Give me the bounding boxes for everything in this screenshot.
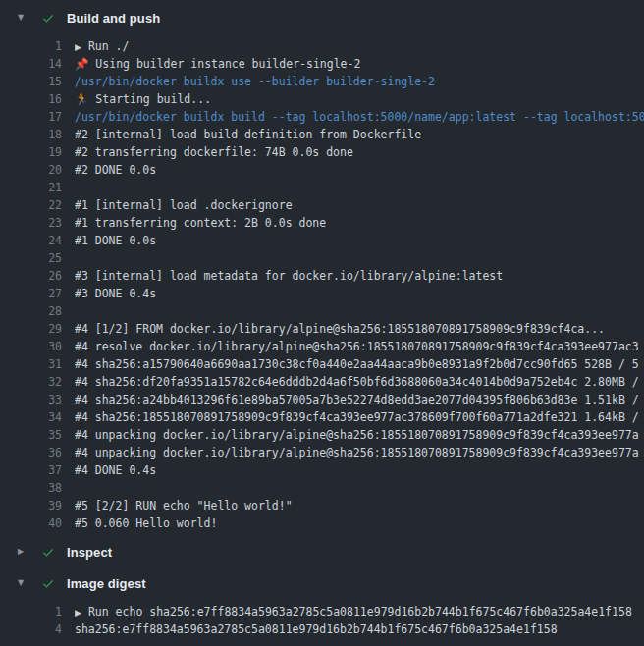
- log-text: #3 [internal] load metadata for docker.i…: [75, 267, 503, 285]
- log-line: 33#4 sha256:a24bb4013296f61e89ba57005a7b…: [0, 391, 644, 408]
- log-text-content: Run ./: [88, 39, 130, 53]
- log-text: #5 [2/2] RUN echo "Hello world!": [75, 497, 293, 514]
- log-line: 26#3 [internal] load metadata for docker…: [0, 267, 644, 285]
- log-line: 1▶Run echo sha256:e7ff8834a5963a2785c5a0…: [0, 603, 644, 620]
- line-number[interactable]: 33: [0, 391, 62, 408]
- log-text: #4 sha256:df20fa9351a15782c64e6dddb2d4a6…: [75, 373, 639, 391]
- log-line: 37#4 DONE 0.4s: [0, 461, 644, 479]
- command-text: /usr/bin/docker buildx use --builder bui…: [75, 73, 435, 90]
- line-number[interactable]: 19: [0, 143, 62, 161]
- line-number[interactable]: 40: [0, 514, 62, 532]
- log-text: ▶Run echo sha256:e7ff8834a5963a2785c5a08…: [75, 603, 632, 620]
- log-line: 21: [0, 179, 644, 196]
- line-number[interactable]: 22: [0, 196, 62, 214]
- log-text: #1 DONE 0.0s: [75, 232, 156, 249]
- log-lines: 1▶Run ./14📌Using builder instance builde…: [0, 37, 644, 532]
- log-text: #2 DONE 0.0s: [75, 161, 156, 179]
- play-icon[interactable]: ▶: [75, 42, 81, 52]
- chevron-right-icon[interactable]: ▶: [18, 548, 27, 556]
- log-text: 🏃Starting build...: [75, 90, 211, 108]
- section-title: Build and push: [67, 11, 160, 26]
- log-line: 20#2 DONE 0.0s: [0, 161, 644, 179]
- log-line: 31#4 sha256:a15790640a6690aa1730c38cf0a4…: [0, 355, 644, 373]
- section-header-image-digest[interactable]: ▼Image digest: [0, 571, 644, 595]
- line-number[interactable]: 21: [0, 179, 62, 196]
- command-text: /usr/bin/docker buildx build --tag local…: [75, 108, 644, 126]
- log-text-content: #2 transferring dockerfile: 74B 0.0s don…: [75, 145, 353, 159]
- chevron-down-icon[interactable]: ▼: [18, 579, 27, 587]
- log-text: #4 [1/2] FROM docker.io/library/alpine@s…: [75, 320, 605, 338]
- log-line: 34#4 sha256:185518070891758909c9f839cf4c…: [0, 408, 644, 426]
- log-text-content: #1 transferring context: 2B 0.0s done: [75, 216, 326, 230]
- log-text: #4 DONE 0.4s: [75, 461, 156, 479]
- log-line: 24#1 DONE 0.0s: [0, 232, 644, 249]
- log-text: #4 sha256:a15790640a6690aa1730c38cf0a440…: [75, 355, 639, 373]
- check-success-icon: [41, 577, 55, 590]
- line-number[interactable]: 25: [0, 249, 62, 267]
- line-number[interactable]: 23: [0, 214, 62, 232]
- log-section-inspect: ▶Inspect: [0, 540, 644, 564]
- section-title: Inspect: [67, 545, 112, 560]
- section-header-build-and-push[interactable]: ▼Build and push: [0, 6, 644, 29]
- log-text: #1 transferring context: 2B 0.0s done: [75, 214, 326, 232]
- chevron-down-icon[interactable]: ▼: [18, 14, 27, 22]
- line-number[interactable]: 37: [0, 461, 62, 479]
- line-number[interactable]: 1: [0, 37, 62, 55]
- line-number[interactable]: 24: [0, 232, 62, 249]
- line-number[interactable]: 27: [0, 285, 62, 302]
- log-line: 23#1 transferring context: 2B 0.0s done: [0, 214, 644, 232]
- line-number[interactable]: 4: [0, 620, 62, 638]
- log-text-content: #1 DONE 0.0s: [75, 234, 156, 247]
- line-number[interactable]: 36: [0, 444, 62, 461]
- log-section-build-and-push: ▼Build and push1▶Run ./14📌Using builder …: [0, 6, 644, 532]
- line-number[interactable]: 20: [0, 161, 62, 179]
- line-number[interactable]: 38: [0, 479, 62, 497]
- line-number[interactable]: 1: [0, 603, 62, 620]
- log-text: 📌Using builder instance builder-single-2: [75, 55, 360, 73]
- line-number[interactable]: 32: [0, 373, 62, 391]
- line-number[interactable]: 17: [0, 108, 62, 126]
- check-success-icon: [41, 546, 55, 559]
- log-text-content: #4 unpacking docker.io/library/alpine@sh…: [75, 428, 639, 442]
- log-text-content: /usr/bin/docker buildx build --tag local…: [75, 110, 644, 124]
- log-line: 16🏃Starting build...: [0, 90, 644, 108]
- line-number[interactable]: 34: [0, 408, 62, 426]
- log-line: 39#5 [2/2] RUN echo "Hello world!": [0, 497, 644, 514]
- workflow-log-viewer: ▼Build and push1▶Run ./14📌Using builder …: [0, 0, 644, 646]
- log-line: 14📌Using builder instance builder-single…: [0, 55, 644, 73]
- play-icon[interactable]: ▶: [75, 608, 81, 618]
- pushpin-icon: 📌: [75, 57, 88, 71]
- line-number[interactable]: 14: [0, 55, 62, 73]
- log-line: 36#4 unpacking docker.io/library/alpine@…: [0, 444, 644, 461]
- log-text: #4 unpacking docker.io/library/alpine@sh…: [75, 426, 639, 444]
- line-number[interactable]: 29: [0, 320, 62, 338]
- log-text-content: /usr/bin/docker buildx use --builder bui…: [75, 75, 435, 88]
- log-text-content: Starting build...: [95, 92, 211, 106]
- log-line: 38: [0, 479, 644, 497]
- log-text: ▶Run ./: [75, 37, 129, 55]
- line-number[interactable]: 39: [0, 497, 62, 514]
- log-text-content: #5 [2/2] RUN echo "Hello world!": [75, 499, 293, 512]
- log-line: 40#5 0.060 Hello world!: [0, 514, 644, 532]
- line-number[interactable]: 16: [0, 90, 62, 108]
- line-number[interactable]: 35: [0, 426, 62, 444]
- log-text-content: sha256:e7ff8834a5963a2785c5a0811e979d16b…: [75, 622, 558, 636]
- log-section-image-digest: ▼Image digest1▶Run echo sha256:e7ff8834a…: [0, 571, 644, 638]
- line-number[interactable]: 28: [0, 302, 62, 320]
- log-text: #4 unpacking docker.io/library/alpine@sh…: [75, 444, 639, 461]
- line-number[interactable]: 31: [0, 355, 62, 373]
- log-lines: 1▶Run echo sha256:e7ff8834a5963a2785c5a0…: [0, 603, 644, 638]
- log-text-content: #3 [internal] load metadata for docker.i…: [75, 269, 503, 283]
- line-number[interactable]: 30: [0, 338, 62, 355]
- log-line: 22#1 [internal] load .dockerignore: [0, 196, 644, 214]
- log-text-content: Using builder instance builder-single-2: [95, 57, 360, 71]
- line-number[interactable]: 26: [0, 267, 62, 285]
- log-text-content: #4 sha256:a15790640a6690aa1730c38cf0a440…: [75, 357, 639, 371]
- log-text-content: #2 DONE 0.0s: [75, 163, 156, 177]
- log-text: sha256:e7ff8834a5963a2785c5a0811e979d16b…: [75, 620, 558, 638]
- log-line: 30#4 resolve docker.io/library/alpine@sh…: [0, 338, 644, 355]
- line-number[interactable]: 15: [0, 73, 62, 90]
- section-header-inspect[interactable]: ▶Inspect: [0, 540, 644, 564]
- log-text-content: #1 [internal] load .dockerignore: [75, 198, 293, 212]
- line-number[interactable]: 18: [0, 126, 62, 143]
